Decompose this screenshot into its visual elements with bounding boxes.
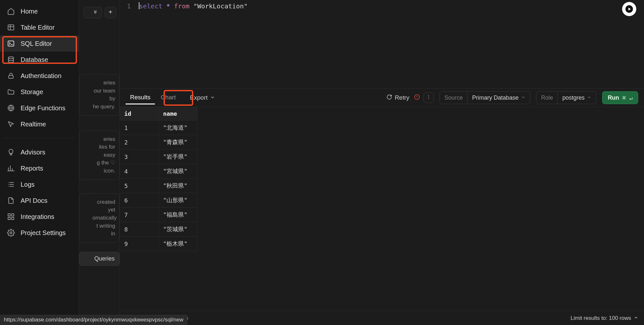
table-row[interactable]: 2"青森県": [120, 135, 197, 150]
svg-rect-8: [12, 217, 14, 220]
queries-dropdown[interactable]: Queries: [79, 252, 119, 266]
chevron-up-icon: [634, 315, 638, 321]
globe-icon: [7, 104, 15, 112]
alert-icon[interactable]: [414, 94, 420, 102]
sidebar-item-realtime[interactable]: Realtime: [0, 116, 79, 132]
cell-name: "北海道": [158, 121, 197, 135]
svg-point-14: [428, 98, 429, 99]
sidebar-item-label: Storage: [21, 88, 43, 96]
table-row[interactable]: 1"北海道": [120, 121, 197, 135]
assistant-badge[interactable]: [622, 2, 636, 16]
token-from: from: [174, 2, 189, 10]
cell-name: "宮城県": [158, 164, 197, 179]
role-label: Role: [541, 94, 553, 101]
cell-name: "秋田県": [158, 179, 197, 193]
sidebar-item-label: Edge Functions: [21, 104, 65, 112]
sidebar-item-label: Authentication: [21, 72, 62, 80]
status-url: https://supabase.com/dashboard/project/o…: [0, 315, 187, 325]
role-value: postgres: [562, 94, 584, 101]
svg-rect-3: [9, 75, 13, 78]
double-chevron-down-icon: [93, 9, 98, 16]
token-select: select: [139, 2, 162, 10]
cell-name: "山形県": [158, 193, 197, 208]
results-table-area: id name 1"北海道"2"青森県"3"岩手県"4"宮城県"5"秋田県"6"…: [120, 107, 644, 325]
run-label: Run: [608, 94, 619, 101]
sidebar-item-api-docs[interactable]: API Docs: [0, 192, 79, 209]
sidebar-item-label: Reports: [21, 165, 43, 172]
plus-icon: [108, 9, 113, 16]
cell-id: 7: [120, 208, 158, 222]
source-selector[interactable]: Source Primary Database: [440, 91, 530, 104]
sidebar-item-storage[interactable]: Storage: [0, 84, 79, 100]
column-header-id[interactable]: id: [120, 107, 158, 121]
table-row[interactable]: 3"岩手県": [120, 150, 197, 164]
cursor-icon: [7, 120, 15, 128]
chart-icon: [7, 164, 15, 172]
editor-code-line: select * from "WorkLocation": [139, 2, 248, 10]
main-area: 1 select * from "WorkLocation" Results C…: [120, 0, 644, 325]
table-row[interactable]: 9"栃木県": [120, 237, 197, 251]
panel-toggle-button[interactable]: [83, 7, 102, 18]
table-row[interactable]: 8"茨城県": [120, 222, 197, 237]
chevron-down-icon: [210, 94, 215, 101]
sidebar-item-advisors[interactable]: Advisors: [0, 144, 79, 160]
role-selector[interactable]: Role postgres: [536, 91, 596, 104]
sidebar-item-project-settings[interactable]: Project Settings: [0, 225, 79, 241]
sidebar-item-label: Home: [21, 8, 38, 15]
panel-shared-queries: eries our team by he query.: [79, 74, 119, 116]
export-label: Export: [190, 94, 208, 101]
sidebar-item-table-editor[interactable]: Table Editor: [0, 19, 79, 35]
tab-chart[interactable]: Chart: [156, 91, 180, 104]
sidebar-item-label: Realtime: [21, 121, 46, 128]
kebab-icon: [426, 94, 431, 101]
sidebar-item-label: API Docs: [21, 197, 47, 204]
sql-editor-pane[interactable]: 1 select * from "WorkLocation": [120, 0, 644, 88]
token-string: "WorkLocation": [194, 2, 248, 10]
table-row[interactable]: 5"秋田県": [120, 179, 197, 193]
panel-no-queries: created yet omatically t writing in: [79, 193, 119, 243]
svg-point-12: [428, 95, 429, 96]
sidebar-item-logs[interactable]: Logs: [0, 176, 79, 192]
tab-results[interactable]: Results: [126, 91, 155, 104]
sidebar-item-label: Logs: [21, 181, 34, 188]
sidebar-item-authentication[interactable]: Authentication: [0, 68, 79, 84]
sidebar-item-reports[interactable]: Reports: [0, 160, 79, 176]
source-value: Primary Database: [472, 94, 518, 101]
cell-id: 1: [120, 121, 158, 135]
export-button[interactable]: Export: [185, 92, 219, 104]
play-circle-icon: [625, 5, 634, 14]
sidebar-item-label: Advisors: [21, 149, 45, 156]
gear-icon: [7, 229, 15, 237]
cell-name: "青森県": [158, 135, 197, 150]
results-footer: (Limited to only 100 rows) Limit results…: [120, 311, 644, 325]
sidebar-item-sql-editor[interactable]: SQL Editor: [0, 35, 79, 52]
table-row[interactable]: 7"福島県": [120, 208, 197, 222]
chevron-down-icon: [521, 94, 526, 101]
new-query-button[interactable]: [105, 7, 116, 18]
limit-selector[interactable]: Limit results to: 100 rows: [571, 315, 638, 321]
sidebar-item-label: Database: [21, 56, 48, 64]
more-options-button[interactable]: [423, 93, 434, 103]
cell-id: 5: [120, 179, 158, 193]
sidebar-item-home[interactable]: Home: [0, 3, 79, 19]
retry-button[interactable]: Retry: [383, 92, 412, 103]
sidebar-item-edge-functions[interactable]: Edge Functions: [0, 100, 79, 116]
database-icon: [7, 56, 15, 64]
home-icon: [7, 7, 15, 15]
retry-label: Retry: [395, 94, 409, 101]
cell-name: "福島県": [158, 208, 197, 222]
cell-name: "茨城県": [158, 222, 197, 237]
sidebar-item-database[interactable]: Database: [0, 52, 79, 68]
run-button[interactable]: Run ⌘ ↵: [602, 91, 638, 104]
editor-gutter: 1: [120, 2, 133, 10]
table-row[interactable]: 4"宮城県": [120, 164, 197, 179]
refresh-icon: [386, 94, 392, 102]
cell-id: 9: [120, 237, 158, 251]
svg-rect-0: [8, 25, 14, 30]
token-star: *: [166, 2, 170, 10]
table-row[interactable]: 6"山形県": [120, 193, 197, 208]
column-header-name[interactable]: name: [158, 107, 197, 121]
svg-rect-5: [8, 214, 10, 216]
cell-id: 4: [120, 164, 158, 179]
sidebar-item-integrations[interactable]: Integrations: [0, 209, 79, 225]
